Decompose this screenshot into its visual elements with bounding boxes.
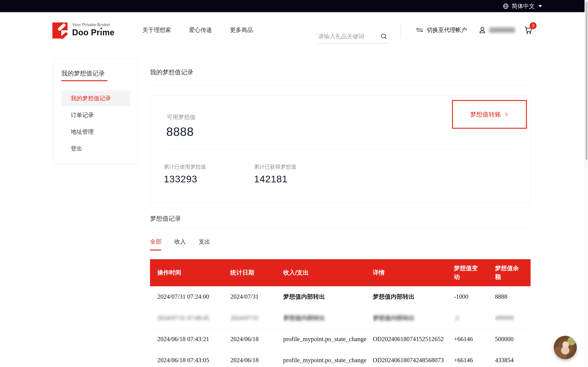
user-account[interactable] [478, 12, 515, 48]
stat-earned: 累计已获得梦想值 142181 [254, 163, 296, 185]
scrollbar-thumb[interactable] [586, 1, 588, 160]
tab-income[interactable]: 收入 [174, 238, 186, 250]
col-value-balance: 梦想值余额 [495, 259, 531, 286]
nav-item-more-products[interactable]: 更多商品 [230, 26, 253, 34]
username-redacted [489, 27, 515, 33]
cart-button[interactable]: 3 [524, 12, 533, 48]
records-table-header: 操作时间 统计日期 收入/支出 详情 梦想值变动 梦想值余额 [150, 259, 531, 286]
support-chat-avatar[interactable] [554, 336, 577, 359]
records-table: 操作时间 统计日期 收入/支出 详情 梦想值变动 梦想值余额 2024/07/3… [150, 259, 531, 367]
doo-prime-logo-icon [52, 23, 68, 39]
earned-label: 累计已获得梦想值 [254, 163, 296, 170]
sidebar-item-logout[interactable]: 登出 [61, 141, 130, 156]
topbar: 简体中文 [0, 0, 588, 12]
switch-account-label: 切换至代理帐户 [427, 26, 467, 34]
tab-expense[interactable]: 支出 [199, 238, 210, 250]
search-icon[interactable] [380, 33, 388, 40]
globe-icon [502, 3, 509, 9]
earned-value: 142181 [254, 174, 296, 185]
card-divider [168, 149, 517, 150]
site-header: Your Private Broker Doo Prıme 关于理想家 爱心传递… [0, 12, 588, 48]
table-row: 2024/06/18 07:43:05 2024/06/18 profile_m… [150, 350, 531, 367]
used-label: 累计已使用梦想值 [164, 163, 206, 170]
divider [150, 85, 531, 85]
nav-item-about[interactable]: 关于理想家 [142, 26, 171, 34]
search-bar [318, 29, 388, 44]
page-title: 我的梦想值记录 [150, 68, 193, 76]
logo-tagline: Your Private Broker [72, 23, 115, 27]
col-stat-date: 统计日期 [230, 259, 283, 286]
swap-arrows-icon [416, 27, 424, 33]
user-icon [478, 26, 486, 34]
logo-brand: Doo Prıme [72, 28, 115, 37]
available-value: 8888 [166, 125, 194, 139]
language-selector[interactable]: 简体中文 [502, 2, 542, 10]
col-income-expense: 收入/支出 [283, 259, 373, 286]
divider [150, 257, 531, 257]
records-tabs: 全部 收入 支出 [150, 238, 210, 250]
table-row: 2024/07/31 07:24:00 2024/07/31 梦想值内部转出 梦… [150, 286, 531, 307]
doo-prime-logo[interactable]: Your Private Broker Doo Prıme [52, 23, 115, 39]
nav-item-charity[interactable]: 爱心传递 [189, 26, 212, 34]
table-row: 2024/06/18 07:43:21 2024/06/18 profile_m… [150, 328, 531, 350]
sidebar: 我的梦想值记录 我的梦想值记录 订单记录 地址管理 登出 [53, 59, 138, 165]
sidebar-menu: 我的梦想值记录 订单记录 地址管理 登出 [53, 90, 138, 156]
search-input[interactable] [318, 33, 374, 40]
scrollbar[interactable] [585, 0, 588, 367]
sidebar-title-underline [61, 80, 107, 81]
col-value-change: 梦想值变动 [454, 259, 495, 286]
transfer-label: 梦想值转账 [470, 110, 501, 119]
dream-value-transfer-button[interactable]: 梦想值转账 [452, 100, 527, 129]
table-row-redacted: 2024/07/31 07:08:45 2024/07/31 梦想值内部转出 梦… [150, 307, 531, 328]
sidebar-item-orders[interactable]: 订单记录 [61, 107, 130, 123]
chevron-down-icon [538, 5, 542, 7]
header-divider [401, 24, 401, 39]
available-value-label: 可用梦想值 [167, 113, 195, 121]
main-nav: 关于理想家 爱心传递 更多商品 [142, 12, 253, 48]
cart-count-badge: 3 [530, 22, 536, 29]
language-label: 简体中文 [512, 2, 535, 10]
divider [150, 228, 531, 228]
sidebar-title: 我的梦想值记录 [61, 69, 138, 77]
chevron-right-icon [503, 112, 509, 117]
col-detail: 详情 [373, 259, 454, 286]
dream-value-summary-card: 可用梦想值 8888 梦想值转账 累计已使用梦想值 133293 累计已获得梦想… [150, 95, 531, 203]
switch-account-button[interactable]: 切换至代理帐户 [416, 12, 467, 48]
sidebar-item-addresses[interactable]: 地址管理 [61, 124, 130, 140]
used-value: 133293 [164, 174, 206, 185]
sidebar-item-dream-record[interactable]: 我的梦想值记录 [61, 90, 130, 106]
col-operation-time: 操作时间 [150, 259, 230, 286]
tab-all[interactable]: 全部 [150, 238, 162, 250]
records-section-title: 梦想值记录 [150, 215, 181, 223]
stat-used: 累计已使用梦想值 133293 [164, 163, 206, 185]
